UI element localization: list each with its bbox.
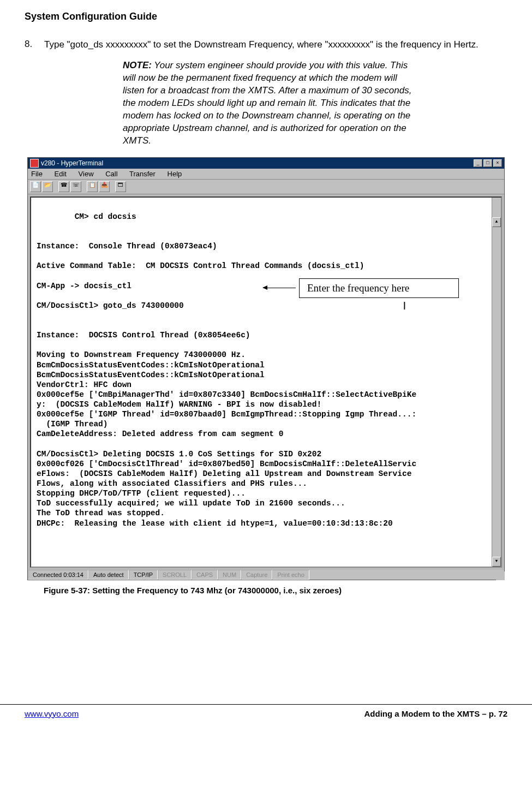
scroll-up-icon[interactable]: ▲ (492, 217, 501, 227)
status-protocol: TCP/IP (129, 570, 158, 580)
menu-help[interactable]: Help (168, 170, 182, 178)
window-titlebar: v280 - HyperTerminal _ □ × (28, 158, 504, 169)
toolbar-properties-icon[interactable]: 🗔 (115, 181, 126, 192)
status-num: NUM (218, 570, 241, 580)
terminal-text: CM> cd docsis Instance: Console Thread (… (37, 212, 416, 528)
scrollbar[interactable]: ▲ ▼ (492, 198, 501, 567)
maximize-button[interactable]: □ (483, 159, 492, 167)
note-body: Your system engineer should provide you … (123, 60, 411, 146)
menubar: File Edit View Call Transfer Help (28, 169, 504, 180)
step-8: 8. Type "goto_ds xxxxxxxxx" to set the D… (25, 39, 507, 51)
page-footer: www.vyyo.com Adding a Modem to the XMTS … (0, 704, 532, 728)
page-title: System Configuration Guide (25, 11, 507, 22)
hyperterminal-window: v280 - HyperTerminal _ □ × File Edit Vie… (27, 157, 505, 580)
close-button[interactable]: × (493, 159, 502, 167)
status-printecho: Print echo (272, 570, 309, 580)
status-caps: CAPS (192, 570, 218, 580)
minimize-button[interactable]: _ (474, 159, 482, 167)
terminal-output: CM> cd docsis Instance: Console Thread (… (30, 196, 502, 568)
statusbar: Connected 0:03:14 Auto detect TCP/IP SCR… (28, 570, 504, 580)
toolbar-new-icon[interactable]: 📄 (30, 181, 41, 192)
toolbar-send-icon[interactable]: 📋 (87, 181, 98, 192)
status-capture: Capture (241, 570, 272, 580)
annotation-callout: Enter the frequency here (263, 278, 459, 298)
footer-url[interactable]: www.vyyo.com (25, 709, 79, 718)
menu-transfer[interactable]: Transfer (129, 170, 156, 178)
menu-call[interactable]: Call (105, 170, 117, 178)
toolbar: 📄 📂 ☎ ☏ 📋 📥 🗔 (28, 180, 504, 194)
footer-page-info: Adding a Modem to the XMTS – p. 72 (364, 709, 507, 718)
status-autodetect: Auto detect (88, 570, 129, 580)
resize-grip-icon[interactable] (496, 571, 505, 580)
menu-file[interactable]: File (31, 170, 43, 178)
toolbar-hangup-icon[interactable]: ☏ (70, 181, 81, 192)
screenshot: v280 - HyperTerminal _ □ × File Edit Vie… (27, 157, 505, 580)
callout-text: Enter the frequency here (299, 278, 459, 298)
step-number: 8. (25, 39, 44, 51)
menu-view[interactable]: View (79, 170, 94, 178)
note-block: NOTE: Your system engineer should provid… (123, 59, 415, 147)
figure-caption: Figure 5-37: Setting the Frequency to 74… (44, 586, 507, 595)
note-label: NOTE: (123, 60, 152, 70)
scroll-down-icon[interactable]: ▼ (492, 557, 501, 567)
window-title: v280 - HyperTerminal (41, 159, 103, 167)
toolbar-receive-icon[interactable]: 📥 (99, 181, 110, 192)
arrow-icon (263, 288, 296, 288)
status-connected: Connected 0:03:14 (28, 570, 88, 580)
step-text: Type "goto_ds xxxxxxxxx" to set the Down… (44, 39, 507, 51)
toolbar-open-icon[interactable]: 📂 (42, 181, 53, 192)
menu-edit[interactable]: Edit (55, 170, 67, 178)
status-scroll: SCROLL (158, 570, 192, 580)
toolbar-call-icon[interactable]: ☎ (58, 181, 69, 192)
app-icon (30, 159, 39, 168)
